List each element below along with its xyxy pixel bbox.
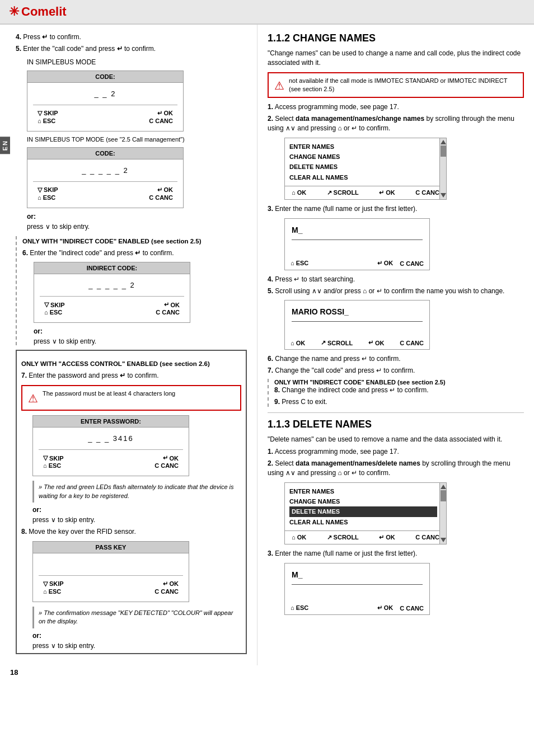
- simplebus-top-box: CODE: _ _ _ _ _ 2 ▽ SKIP ⌂ ESC: [27, 147, 184, 208]
- canc2-icon: C: [400, 340, 404, 346]
- warning-icon: ⚠: [28, 391, 38, 406]
- skip-note-3: press ∨ to skip entry.: [32, 516, 241, 524]
- ok-icon-top: ↵: [157, 186, 162, 194]
- page-number: 18: [10, 668, 18, 677]
- esc-icon-indirect: ⌂: [44, 309, 48, 316]
- cn-step-2: 2. Select data management/names/change n…: [268, 114, 524, 133]
- cn-step-8-indirect: 8. Change the indirect code and press ↵ …: [274, 386, 524, 395]
- section-1-1-3-intro: "Delete names" can be used to remove a n…: [268, 435, 524, 444]
- canc-btn: C CANC: [149, 118, 173, 124]
- dn-input-value: M_: [292, 569, 423, 585]
- skip-btn-top: ▽ SKIP: [38, 186, 58, 194]
- dn-menu-canc-btn: C CANC: [415, 534, 439, 541]
- dn-menu-change-names: CHANGE NAMES: [289, 496, 437, 506]
- cn-ok3-btn: ⌂ OK: [291, 340, 305, 346]
- indirect-code-value: _ _ _ _ _ 2: [40, 279, 184, 294]
- dn-ok-btn: ↵ OK: [377, 604, 394, 612]
- cn-indirect-label: ONLY WITH "INDIRECT CODE" ENABLED (see s…: [274, 379, 524, 386]
- step-5-num: 5.: [16, 45, 21, 53]
- section-1-1-2-intro: "Change names" can be used to change a n…: [268, 49, 524, 68]
- pass-key-header: PASS KEY: [33, 542, 189, 553]
- ok-btn: ↵ OK: [157, 110, 174, 117]
- dn-esc-icon: ⌂: [291, 604, 294, 611]
- warning-text-2: not available if the call mode is IMMOTE…: [289, 77, 517, 94]
- indirect-code-header: INDIRECT CODE:: [34, 262, 190, 274]
- esc-icon-pwd: ⌂: [43, 462, 47, 469]
- code-value: _ _ 2: [33, 87, 177, 102]
- ok2-icon: ↵: [379, 189, 384, 196]
- scrollbar: [439, 138, 446, 199]
- canc-icon-top: C: [149, 194, 153, 201]
- canc-icon-cn: C: [400, 260, 404, 267]
- esc-icon-passkey: ⌂: [43, 588, 47, 595]
- dn-menu-ok-btn: ⌂ OK: [292, 534, 306, 541]
- ok-btn-pwd: ↵ OK: [163, 454, 179, 462]
- dn-text-box-1: M_ ⌂ ESC ↵ OK: [284, 563, 430, 615]
- step-5: 5. Enter the "call code" and press ↵ to …: [16, 44, 247, 54]
- scroll-up-icon: [441, 140, 446, 144]
- skip-note-2: press ∨ to skip entry.: [34, 337, 247, 345]
- menu-box-buttons: ⌂ OK ↗ SCROLL ↵ OK C CAN: [285, 186, 446, 199]
- menu-canc-btn: C CANC: [415, 189, 439, 196]
- skip-icon: ▽: [38, 110, 42, 117]
- dn-menu-delete-names: DELETE NAMES: [289, 506, 437, 516]
- header: ✳ Comelit: [0, 0, 534, 25]
- menu-ok2-btn: ↵ OK: [379, 189, 395, 196]
- skip-btn-indirect: ▽ SKIP: [44, 301, 65, 308]
- skip-icon-top: ▽: [38, 186, 42, 194]
- dn-ok-icon: ⌂: [292, 534, 296, 541]
- dn-step-1: 1. Access programming mode, see page 17.: [268, 447, 524, 457]
- cn-step-7: 7. Change the "call code" and press ↵ to…: [268, 366, 524, 375]
- skip-note-4: press ∨ to skip entry.: [32, 642, 241, 650]
- section-1-1-3: 1.1.3 DELETE NAMES "Delete names" can be…: [268, 419, 524, 615]
- step-4-num: 4.: [16, 33, 21, 41]
- ok-btn-indirect: ↵ OK: [164, 301, 180, 308]
- step-4: 4. Press ↵ to confirm.: [16, 32, 247, 42]
- enter-password-box: ENTER PASSWORD: _ _ _ 3416 ▽ SKIP: [32, 415, 189, 476]
- led-note: » The red and green LEDs flash alternate…: [32, 481, 241, 503]
- esc-btn-passkey: ⌂ ESC: [43, 588, 64, 595]
- cn-canc-btn: C CANC: [400, 260, 424, 267]
- menu-item-change-names: CHANGE NAMES: [289, 152, 437, 162]
- dn-scroll-up-icon: [441, 485, 446, 489]
- dn-canc-icon: C: [415, 534, 420, 541]
- dn-scrollbar: [439, 483, 446, 544]
- dn-menu-clear-all: CLEAR ALL NAMES: [289, 517, 437, 527]
- menu-item-clear-all-names: CLEAR ALL NAMES: [289, 172, 437, 182]
- cn-esc-btn: ⌂ ESC: [291, 260, 308, 266]
- simplebus-mode-box: CODE: _ _ 2 ▽ SKIP ⌂ ESC: [27, 71, 184, 132]
- ok4-icon: ↵: [368, 339, 373, 346]
- skip-icon-pwd: ▽: [43, 454, 48, 462]
- dn-menu-ok2-btn: ↵ OK: [379, 534, 395, 541]
- skip-btn: ▽ SKIP: [38, 110, 58, 117]
- canc-icon-indirect: C: [156, 309, 160, 316]
- dn-esc-btn: ⌂ ESC: [291, 604, 308, 611]
- canc-btn-top: C CANC: [149, 194, 173, 201]
- cn-input-value-2: MARIO ROSSI_: [292, 306, 423, 322]
- canc-btn-indirect: C CANC: [156, 309, 180, 316]
- cn-text-box-2: MARIO ROSSI_ ⌂ OK ↗ SCROLL ↵: [284, 300, 430, 350]
- code-header-top: CODE:: [27, 148, 183, 159]
- cn-step-6: 6. Change the name and press ↵ to confir…: [268, 354, 524, 364]
- pass-key-value: [39, 558, 183, 573]
- step-7: 7. Enter the password and press ↵ to con…: [21, 371, 241, 381]
- canc-btn-pwd: C CANC: [154, 462, 179, 469]
- indirect-section-label: ONLY WITH "INDIRECT CODE" ENABLED (see s…: [22, 236, 247, 246]
- esc-btn-top: ⌂ ESC: [38, 194, 58, 201]
- menu-scroll-btn: ↗ SCROLL: [327, 189, 359, 196]
- ok-btn-passkey: ↵ OK: [163, 580, 179, 588]
- simplebus-top-label: IN SIMPLEBUS TOP MODE (see "2.5 Call man…: [27, 136, 247, 143]
- step-8: 8. Move the key over the RFID sensor.: [21, 527, 241, 537]
- skip-icon-indirect: ▽: [44, 301, 49, 308]
- ok-btn-top: ↵ OK: [157, 186, 174, 194]
- dn-menu-enter-names: ENTER NAMES: [289, 486, 437, 496]
- dn-scroll-icon: ↗: [327, 534, 332, 541]
- ok-icon-pwd: ↵: [163, 454, 168, 462]
- cn-ok4-btn: ↵ OK: [368, 339, 385, 346]
- skip-icon-passkey: ▽: [43, 580, 48, 588]
- canc-icon-menu: C: [415, 189, 420, 196]
- canc-icon-pwd: C: [154, 462, 159, 469]
- menu-item-enter-names: ENTER NAMES: [289, 142, 437, 152]
- dn-canc-btn: C CANC: [400, 605, 424, 612]
- dn-step-2: 2. Select data management/names/delete n…: [268, 459, 524, 478]
